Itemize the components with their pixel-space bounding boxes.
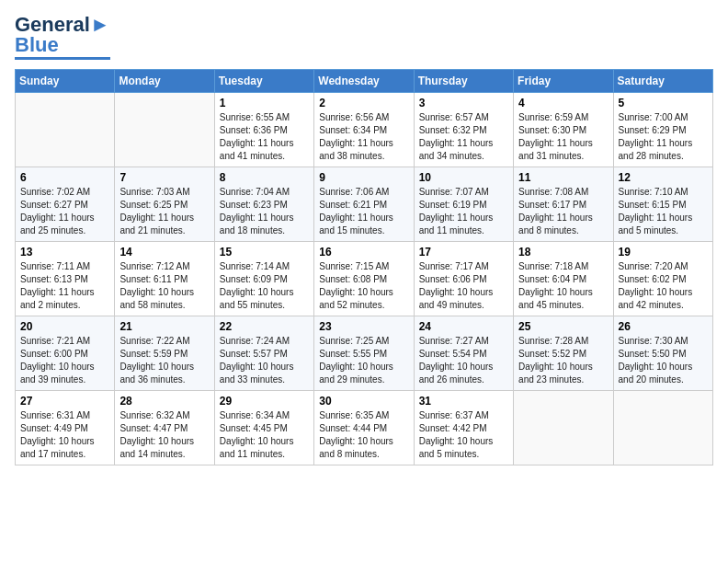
weekday-header: Saturday <box>613 70 712 93</box>
cell-info: Sunrise: 6:32 AMSunset: 4:47 PMDaylight:… <box>119 409 209 461</box>
day-number: 25 <box>518 320 608 333</box>
calendar-cell: 15Sunrise: 7:14 AMSunset: 6:09 PMDayligh… <box>214 242 313 316</box>
day-number: 27 <box>20 395 109 408</box>
cell-info: Sunrise: 6:35 AMSunset: 4:44 PMDaylight:… <box>319 409 408 461</box>
cell-info: Sunrise: 7:27 AMSunset: 5:54 PMDaylight:… <box>419 335 508 386</box>
cell-info: Sunrise: 7:22 AMSunset: 5:59 PMDaylight:… <box>119 335 209 386</box>
calendar-cell: 23Sunrise: 7:25 AMSunset: 5:55 PMDayligh… <box>314 316 414 391</box>
cell-info: Sunrise: 6:31 AMSunset: 4:49 PMDaylight:… <box>20 409 109 461</box>
calendar-week-row: 6Sunrise: 7:02 AMSunset: 6:27 PMDaylight… <box>16 167 713 242</box>
calendar-cell <box>16 93 115 167</box>
day-number: 31 <box>419 395 508 408</box>
day-number: 28 <box>119 395 209 408</box>
calendar-cell <box>115 93 214 167</box>
cell-info: Sunrise: 7:04 AMSunset: 6:23 PMDaylight:… <box>220 186 309 237</box>
cell-info: Sunrise: 6:56 AMSunset: 6:34 PMDaylight:… <box>319 111 408 163</box>
cell-info: Sunrise: 7:20 AMSunset: 6:02 PMDaylight:… <box>619 260 708 312</box>
calendar-cell: 29Sunrise: 6:34 AMSunset: 4:45 PMDayligh… <box>214 391 313 465</box>
calendar-cell: 2Sunrise: 6:56 AMSunset: 6:34 PMDaylight… <box>314 93 414 167</box>
cell-info: Sunrise: 7:15 AMSunset: 6:08 PMDaylight:… <box>319 260 408 312</box>
logo-divider <box>15 57 110 60</box>
calendar-cell: 10Sunrise: 7:07 AMSunset: 6:19 PMDayligh… <box>414 167 513 242</box>
day-number: 2 <box>319 97 408 109</box>
day-number: 18 <box>518 246 608 259</box>
calendar-cell: 27Sunrise: 6:31 AMSunset: 4:49 PMDayligh… <box>16 391 115 465</box>
calendar-cell: 3Sunrise: 6:57 AMSunset: 6:32 PMDaylight… <box>414 93 513 167</box>
day-number: 16 <box>319 246 408 259</box>
calendar-cell: 31Sunrise: 6:37 AMSunset: 4:42 PMDayligh… <box>414 391 513 465</box>
cell-info: Sunrise: 7:06 AMSunset: 6:21 PMDaylight:… <box>319 186 408 237</box>
calendar-cell <box>613 391 712 465</box>
day-number: 29 <box>220 395 309 408</box>
calendar-cell: 22Sunrise: 7:24 AMSunset: 5:57 PMDayligh… <box>214 316 313 391</box>
calendar-cell: 19Sunrise: 7:20 AMSunset: 6:02 PMDayligh… <box>613 242 712 316</box>
cell-info: Sunrise: 6:59 AMSunset: 6:30 PMDaylight:… <box>518 111 608 163</box>
day-number: 1 <box>220 97 309 109</box>
day-number: 22 <box>220 320 309 333</box>
calendar-cell: 24Sunrise: 7:27 AMSunset: 5:54 PMDayligh… <box>414 316 513 391</box>
cell-info: Sunrise: 7:18 AMSunset: 6:04 PMDaylight:… <box>518 260 608 312</box>
cell-info: Sunrise: 7:00 AMSunset: 6:29 PMDaylight:… <box>619 111 708 163</box>
day-number: 7 <box>119 171 209 184</box>
calendar-cell: 11Sunrise: 7:08 AMSunset: 6:17 PMDayligh… <box>514 167 613 242</box>
cell-info: Sunrise: 6:34 AMSunset: 4:45 PMDaylight:… <box>220 409 309 461</box>
day-number: 8 <box>220 171 309 184</box>
day-number: 14 <box>119 246 209 259</box>
weekday-header: Friday <box>514 70 613 93</box>
day-number: 5 <box>619 97 708 109</box>
day-number: 23 <box>319 320 408 333</box>
calendar-cell: 9Sunrise: 7:06 AMSunset: 6:21 PMDaylight… <box>314 167 414 242</box>
calendar-cell: 30Sunrise: 6:35 AMSunset: 4:44 PMDayligh… <box>314 391 414 465</box>
calendar-cell: 28Sunrise: 6:32 AMSunset: 4:47 PMDayligh… <box>115 391 214 465</box>
calendar-cell: 14Sunrise: 7:12 AMSunset: 6:11 PMDayligh… <box>115 242 214 316</box>
calendar-cell: 1Sunrise: 6:55 AMSunset: 6:36 PMDaylight… <box>214 93 313 167</box>
day-number: 11 <box>518 171 608 184</box>
calendar-cell: 12Sunrise: 7:10 AMSunset: 6:15 PMDayligh… <box>613 167 712 242</box>
weekday-header: Monday <box>115 70 214 93</box>
cell-info: Sunrise: 7:30 AMSunset: 5:50 PMDaylight:… <box>619 335 708 386</box>
cell-info: Sunrise: 7:07 AMSunset: 6:19 PMDaylight:… <box>419 186 508 237</box>
day-number: 13 <box>20 246 109 259</box>
calendar-cell: 4Sunrise: 6:59 AMSunset: 6:30 PMDaylight… <box>514 93 613 167</box>
day-number: 4 <box>518 97 608 109</box>
cell-info: Sunrise: 6:37 AMSunset: 4:42 PMDaylight:… <box>419 409 508 461</box>
cell-info: Sunrise: 7:24 AMSunset: 5:57 PMDaylight:… <box>220 335 309 386</box>
cell-info: Sunrise: 7:11 AMSunset: 6:13 PMDaylight:… <box>20 260 109 312</box>
weekday-header: Thursday <box>414 70 513 93</box>
calendar-cell: 26Sunrise: 7:30 AMSunset: 5:50 PMDayligh… <box>613 316 712 391</box>
logo-text: General►Blue <box>15 15 110 55</box>
calendar-cell: 20Sunrise: 7:21 AMSunset: 6:00 PMDayligh… <box>16 316 115 391</box>
calendar-cell: 17Sunrise: 7:17 AMSunset: 6:06 PMDayligh… <box>414 242 513 316</box>
day-number: 19 <box>619 246 708 259</box>
calendar-cell: 21Sunrise: 7:22 AMSunset: 5:59 PMDayligh… <box>115 316 214 391</box>
cell-info: Sunrise: 6:55 AMSunset: 6:36 PMDaylight:… <box>220 111 309 163</box>
calendar-cell: 8Sunrise: 7:04 AMSunset: 6:23 PMDaylight… <box>214 167 313 242</box>
day-number: 3 <box>419 97 508 109</box>
cell-info: Sunrise: 7:17 AMSunset: 6:06 PMDaylight:… <box>419 260 508 312</box>
calendar-table: SundayMondayTuesdayWednesdayThursdayFrid… <box>15 69 713 465</box>
day-number: 20 <box>20 320 109 333</box>
day-number: 21 <box>119 320 209 333</box>
cell-info: Sunrise: 7:25 AMSunset: 5:55 PMDaylight:… <box>319 335 408 386</box>
weekday-header: Sunday <box>16 70 115 93</box>
cell-info: Sunrise: 7:03 AMSunset: 6:25 PMDaylight:… <box>119 186 209 237</box>
day-number: 12 <box>619 171 708 184</box>
day-number: 24 <box>419 320 508 333</box>
cell-info: Sunrise: 7:08 AMSunset: 6:17 PMDaylight:… <box>518 186 608 237</box>
calendar-cell: 16Sunrise: 7:15 AMSunset: 6:08 PMDayligh… <box>314 242 414 316</box>
day-number: 10 <box>419 171 508 184</box>
day-number: 26 <box>619 320 708 333</box>
cell-info: Sunrise: 7:28 AMSunset: 5:52 PMDaylight:… <box>518 335 608 386</box>
calendar-cell: 7Sunrise: 7:03 AMSunset: 6:25 PMDaylight… <box>115 167 214 242</box>
day-number: 6 <box>20 171 109 184</box>
calendar-week-row: 27Sunrise: 6:31 AMSunset: 4:49 PMDayligh… <box>16 391 713 465</box>
calendar-header-row: SundayMondayTuesdayWednesdayThursdayFrid… <box>16 70 713 93</box>
calendar-cell: 5Sunrise: 7:00 AMSunset: 6:29 PMDaylight… <box>613 93 712 167</box>
cell-info: Sunrise: 7:02 AMSunset: 6:27 PMDaylight:… <box>20 186 109 237</box>
cell-info: Sunrise: 7:12 AMSunset: 6:11 PMDaylight:… <box>119 260 209 312</box>
cell-info: Sunrise: 7:14 AMSunset: 6:09 PMDaylight:… <box>220 260 309 312</box>
calendar-cell: 6Sunrise: 7:02 AMSunset: 6:27 PMDaylight… <box>16 167 115 242</box>
calendar-cell: 18Sunrise: 7:18 AMSunset: 6:04 PMDayligh… <box>514 242 613 316</box>
calendar-week-row: 13Sunrise: 7:11 AMSunset: 6:13 PMDayligh… <box>16 242 713 316</box>
calendar-week-row: 20Sunrise: 7:21 AMSunset: 6:00 PMDayligh… <box>16 316 713 391</box>
